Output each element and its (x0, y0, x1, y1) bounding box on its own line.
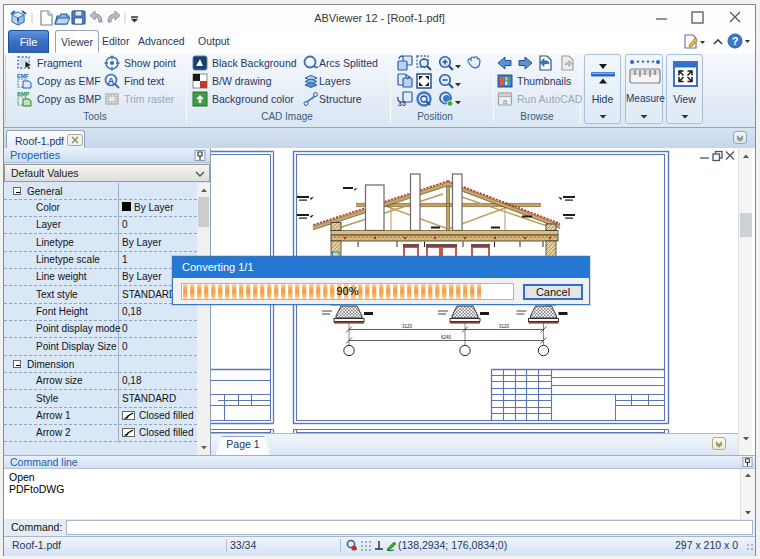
svg-text:6240: 6240 (441, 335, 452, 340)
svg-text:BMP: BMP (17, 91, 30, 97)
svg-text:3120: 3120 (499, 324, 510, 329)
svg-text:EMF: EMF (17, 73, 29, 79)
svg-text:?: ? (732, 35, 739, 47)
svg-text:A: A (108, 76, 115, 86)
svg-text:a: a (503, 97, 508, 106)
svg-text:35: 35 (398, 100, 406, 107)
svg-text:3120: 3120 (402, 324, 413, 329)
